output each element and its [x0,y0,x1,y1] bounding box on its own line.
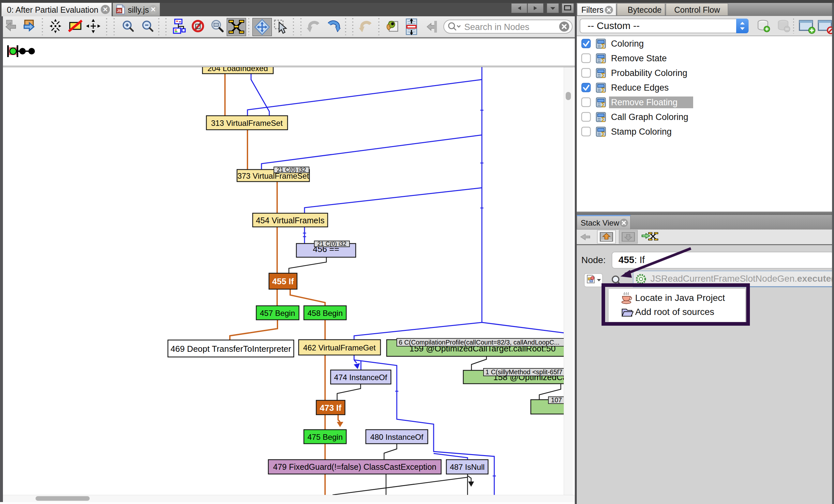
svg-text:Reduce Edges: Reduce Edges [611,83,669,93]
svg-text:Remove State: Remove State [611,53,667,63]
svg-text:Probability Coloring: Probability Coloring [611,68,687,78]
svg-text:487 IsNull: 487 IsNull [450,463,485,472]
svg-text:1 C(sillyMethod <split-65f7: 1 C(sillyMethod <split-65f7 [485,368,563,376]
svg-text:Coloring: Coloring [611,39,644,49]
svg-text:Remove Floating: Remove Floating [611,97,678,107]
svg-text:107 C: 107 C [551,396,564,403]
svg-text:Stamp Coloring: Stamp Coloring [611,127,672,137]
svg-text:JS: JS [117,9,121,13]
svg-text:21 C(0) i32: 21 C(0) i32 [277,167,306,173]
svg-text:21 C(0) i32: 21 C(0) i32 [317,241,346,247]
svg-text:458 Begin: 458 Begin [307,309,343,317]
svg-text:474 InstanceOf: 474 InstanceOf [334,373,387,382]
svg-text:204 LoadIndexed: 204 LoadIndexed [207,67,268,73]
svg-text:457 Begin: 457 Begin [260,309,295,317]
svg-text:Call Graph Coloring: Call Graph Coloring [611,112,688,122]
svg-text:462 VirtualFrameGet: 462 VirtualFrameGet [303,343,376,352]
svg-text:313 VirtualFrameSet: 313 VirtualFrameSet [211,119,283,128]
svg-text:469 Deopt TransferToInterprete: 469 Deopt TransferToInterpreter [171,344,291,354]
svg-text:473 If: 473 If [320,403,342,413]
svg-text:480 InstanceOf: 480 InstanceOf [370,433,423,441]
svg-text:475 Begin: 475 Begin [307,433,343,441]
svg-text:454 VirtualFrameIs: 454 VirtualFrameIs [256,216,325,225]
svg-text:6 C(CompilationProfile(callCou: 6 C(CompilationProfile(callCount=82/3, c… [399,339,559,346]
svg-text:455 If: 455 If [272,277,294,286]
svg-text:479 FixedGuard(!=false) ClassC: 479 FixedGuard(!=false) ClassCastExcepti… [273,462,437,472]
